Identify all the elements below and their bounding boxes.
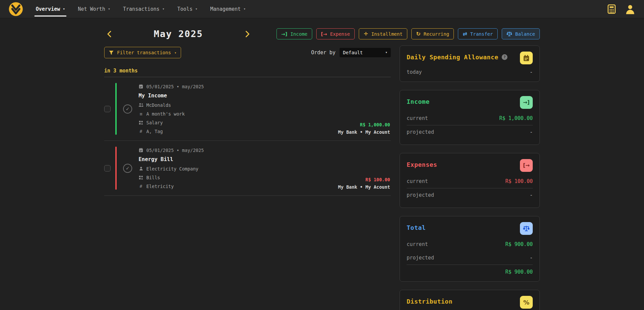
check-circle-icon[interactable]: ✓ bbox=[123, 104, 132, 114]
chevron-down-icon: ▾ bbox=[243, 7, 246, 11]
filter-transactions-button[interactable]: Filter transactions ▾ bbox=[104, 47, 181, 58]
transaction-checkbox[interactable] bbox=[104, 106, 111, 112]
add-balance-button[interactable]: Balance bbox=[502, 28, 540, 39]
previous-month-button[interactable] bbox=[104, 29, 114, 39]
chevron-down-icon: ▾ bbox=[162, 7, 165, 11]
row-label: current bbox=[407, 115, 428, 121]
scale-icon bbox=[506, 31, 512, 36]
nav-item-management[interactable]: Management ▾ bbox=[210, 0, 246, 18]
daily-spending-allowance-card: Daily Spending Allowance ? today - bbox=[400, 45, 540, 82]
transaction-row-expense[interactable]: ✓ 05/01/2025 • may/2025 Energy Bill bbox=[104, 141, 391, 196]
row-value: - bbox=[530, 192, 533, 198]
allowance-today-row: today - bbox=[407, 64, 533, 76]
transaction-category: Salary bbox=[146, 120, 163, 125]
summary-panel: Daily Spending Allowance ? today - Incom… bbox=[400, 45, 540, 310]
row-label: current bbox=[407, 241, 428, 247]
total-current-row: current R$ 900.00 bbox=[407, 238, 533, 251]
distribution-card: Distribution % Real (BRL) bbox=[400, 290, 540, 310]
divide-icon: ÷ bbox=[363, 31, 368, 37]
button-label: Balance bbox=[515, 31, 535, 37]
transaction-category: Bills bbox=[146, 175, 160, 180]
transaction-amount: R$ 100.00 bbox=[338, 177, 390, 182]
row-label: current bbox=[407, 178, 428, 184]
income-current-row: current R$ 1,000.00 bbox=[407, 112, 533, 125]
calendar-icon bbox=[139, 148, 143, 152]
button-label: Recurring bbox=[423, 31, 449, 37]
arrow-out-of-bracket-icon: [→ bbox=[321, 32, 327, 36]
calendar-chip-icon bbox=[520, 52, 533, 64]
hash-icon: # bbox=[139, 129, 143, 134]
navbar-right bbox=[608, 4, 635, 14]
button-label: Installment bbox=[371, 31, 403, 37]
add-transfer-button[interactable]: ⇄ Transfer bbox=[458, 28, 498, 39]
add-income-button[interactable]: →] Income bbox=[276, 28, 312, 39]
chevron-down-icon: ▾ bbox=[108, 7, 110, 11]
check-circle-icon[interactable]: ✓ bbox=[123, 164, 132, 173]
row-value: - bbox=[530, 255, 533, 261]
transaction-checkbox[interactable] bbox=[104, 165, 111, 172]
nav-item-label: Net Worth bbox=[78, 6, 105, 12]
nav-item-label: Overview bbox=[36, 6, 60, 12]
nav-item-net-worth[interactable]: Net Worth ▾ bbox=[78, 0, 110, 18]
transaction-amount: R$ 1,000.00 bbox=[338, 122, 390, 127]
order-by-group: Order by Default ▾ bbox=[311, 48, 391, 57]
description-icon: ≡ bbox=[139, 111, 143, 117]
expenses-current-row: current R$ 100.00 bbox=[407, 175, 533, 188]
help-icon[interactable]: ? bbox=[502, 54, 507, 60]
transaction-tags: A, Tag bbox=[146, 129, 163, 134]
transaction-description: A month's work bbox=[146, 111, 185, 117]
money-transfer-icon: ⇄ bbox=[463, 31, 467, 37]
app-logo[interactable] bbox=[9, 2, 23, 16]
add-installment-button[interactable]: ÷ Installment bbox=[359, 28, 407, 39]
transaction-account: My Bank • My Acount bbox=[338, 184, 390, 190]
list-toolbar: Filter transactions ▾ Order by Default ▾ bbox=[104, 47, 391, 58]
income-projected-row: projected - bbox=[407, 125, 533, 139]
nav-item-transactions[interactable]: Transactions ▾ bbox=[123, 0, 165, 18]
row-value: - bbox=[530, 69, 533, 75]
transaction-date: 05/01/2025 • may/2025 bbox=[146, 84, 204, 89]
expenses-summary-card: Expenses [→ current R$ 100.00 projected … bbox=[400, 153, 540, 208]
nav-item-label: Tools bbox=[177, 6, 193, 12]
nav-item-label: Management bbox=[210, 6, 241, 12]
row-value: R$ 900.00 bbox=[505, 241, 533, 247]
card-title: Distribution bbox=[407, 298, 452, 305]
row-value: R$ 100.00 bbox=[505, 178, 533, 184]
total-footer-row: R$ 900.00 bbox=[407, 265, 533, 276]
order-by-select[interactable]: Default bbox=[340, 48, 391, 57]
button-label: Transfer bbox=[470, 31, 493, 37]
period-header: May 2025 →] Income [→ Expense ÷ Installm… bbox=[104, 28, 540, 39]
month-navigation: May 2025 bbox=[104, 29, 253, 39]
people-icon bbox=[139, 103, 143, 107]
card-title: Total bbox=[407, 224, 426, 231]
row-label: projected bbox=[407, 255, 434, 261]
income-summary-card: Income →] current R$ 1,000.00 projected … bbox=[400, 90, 540, 145]
cycle-icon: ↻ bbox=[416, 31, 420, 37]
nav-item-tools[interactable]: Tools ▾ bbox=[177, 0, 198, 18]
add-transaction-buttons: →] Income [→ Expense ÷ Installment ↻ Rec… bbox=[276, 28, 540, 39]
nav-item-overview[interactable]: Overview ▾ bbox=[36, 0, 65, 18]
arrow-into-bracket-icon: →] bbox=[281, 32, 287, 36]
chevron-left-icon bbox=[107, 30, 112, 38]
next-month-button[interactable] bbox=[242, 29, 253, 39]
add-expense-button[interactable]: [→ Expense bbox=[316, 28, 355, 39]
row-label: projected bbox=[407, 129, 434, 135]
filter-label: Filter transactions bbox=[117, 50, 171, 55]
transaction-account: My Bank • My Acount bbox=[338, 129, 390, 135]
row-label: today bbox=[407, 69, 422, 75]
transactions-panel: Filter transactions ▾ Order by Default ▾… bbox=[104, 39, 391, 196]
button-label: Expense bbox=[330, 31, 350, 37]
income-color-bar bbox=[115, 83, 117, 135]
user-menu-button[interactable] bbox=[625, 4, 635, 14]
calculator-icon bbox=[608, 4, 616, 14]
main-menu: Overview ▾ Net Worth ▾ Transactions ▾ To… bbox=[36, 0, 246, 18]
calculator-button[interactable] bbox=[608, 4, 616, 14]
row-value: - bbox=[530, 129, 533, 135]
month-title: May 2025 bbox=[154, 29, 203, 39]
group-header: in 3 months bbox=[104, 68, 391, 77]
hash-icon: # bbox=[139, 184, 143, 189]
expense-color-bar bbox=[115, 147, 117, 190]
add-recurring-button[interactable]: ↻ Recurring bbox=[411, 28, 454, 39]
button-label: Income bbox=[290, 31, 308, 37]
transaction-row-income[interactable]: ✓ 05/01/2025 • may/2025 My Income bbox=[104, 77, 391, 141]
category-icon bbox=[139, 176, 143, 180]
